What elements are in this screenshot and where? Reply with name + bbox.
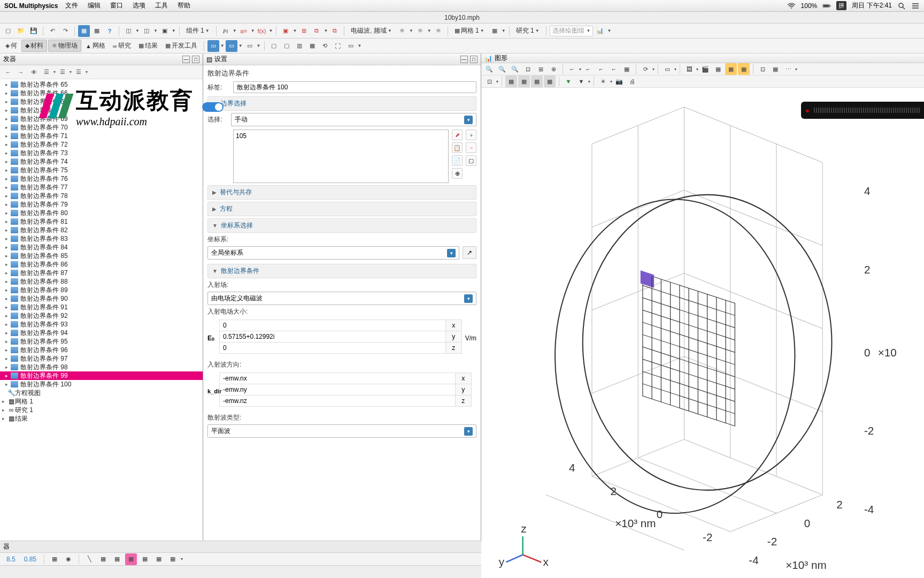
add-material-icon[interactable]: ⊞ <box>298 25 310 37</box>
study-selector[interactable]: 研究 1 ▼ <box>513 26 543 35</box>
dropdown-icon[interactable]: ▾ <box>674 67 676 72</box>
tree1-icon[interactable]: ☰ <box>41 66 52 78</box>
coord-dropdown[interactable]: 全局坐标系▾ <box>207 246 459 260</box>
dropdown-icon[interactable]: ▼ <box>409 28 413 33</box>
transparency-icon[interactable]: ▦ <box>531 75 543 87</box>
layout1-icon[interactable]: ▦ <box>78 25 90 37</box>
menu-window[interactable]: 窗口 <box>110 1 123 10</box>
tree-item[interactable]: ▸散射边界条件 91 <box>0 303 203 311</box>
dropdown-icon[interactable]: ▾ <box>652 67 654 72</box>
maximize-icon[interactable]: □ <box>470 56 478 63</box>
filter-icon[interactable]: ▼ <box>563 75 574 87</box>
section-coord-system[interactable]: ▼坐标系选择 <box>207 218 476 233</box>
msg-clear-icon[interactable]: ╲ <box>83 553 95 565</box>
tree-item[interactable]: ▸散射边界条件 88 <box>0 277 203 286</box>
battery-icon[interactable] <box>822 2 831 10</box>
bottom-tab-label[interactable]: 器 <box>3 542 10 551</box>
tree-item[interactable]: ▸散射边界条件 98 <box>0 363 203 371</box>
physics-icon3[interactable]: ⚛ <box>433 25 444 37</box>
xz-view-icon[interactable]: ⌐ <box>595 63 607 75</box>
msg-plot-icon[interactable]: ◉ <box>63 553 74 565</box>
menu-list-icon[interactable] <box>911 2 920 10</box>
build-icon[interactable]: ▣ <box>280 25 291 37</box>
menu-edit[interactable]: 编辑 <box>88 1 101 10</box>
block-icon[interactable]: ▣ <box>159 25 171 37</box>
reset-icon[interactable]: ⟲ <box>319 40 331 52</box>
wifi-icon[interactable] <box>787 2 796 10</box>
tree-item-results[interactable]: ▸▦结果 <box>0 414 203 423</box>
scale1[interactable]: 8.5 <box>3 556 19 563</box>
tab-results[interactable]: ▦ 结果 <box>135 41 161 50</box>
tab-mesh[interactable]: ▲ 网格 <box>82 41 109 50</box>
menu-tools[interactable]: 工具 <box>155 1 168 10</box>
scale2[interactable]: 0.85 <box>21 556 40 563</box>
dropdown-icon[interactable]: ▼ <box>324 28 328 33</box>
tree2-icon[interactable]: ☰ <box>57 66 68 78</box>
sel-dom-icon[interactable]: ▦ <box>725 63 737 75</box>
msg-more-icon[interactable]: ▦ <box>167 553 179 565</box>
zoom-out-icon[interactable]: 🔍 <box>509 63 521 75</box>
dropdown-icon[interactable]: ▼ <box>427 28 432 33</box>
model-tree[interactable]: ▸散射边界条件 65▸散射边界条件 66▸散射边界条件 67▸散射边界条件 68… <box>0 79 203 541</box>
dropdown-icon[interactable]: ▼ <box>220 43 225 48</box>
tab-geometry[interactable]: ◈ 何 <box>2 41 20 50</box>
dropdown-icon[interactable]: ▼ <box>233 28 237 33</box>
wavetype-dropdown[interactable]: 平面波▾ <box>207 424 476 438</box>
dropdown-icon[interactable]: ▼ <box>269 28 273 33</box>
menu-help[interactable]: 帮助 <box>178 1 190 10</box>
tab-study[interactable]: ∞ 研究 <box>110 41 134 50</box>
tree-item[interactable]: ▸散射边界条件 80 <box>0 209 203 217</box>
dropdown-icon[interactable]: ▼ <box>153 28 158 33</box>
tree-item[interactable]: ▸散射边界条件 84 <box>0 243 203 252</box>
maximize-icon[interactable]: □ <box>192 56 199 63</box>
more-gfx-icon[interactable]: ⋯ <box>782 63 794 75</box>
print-icon[interactable]: 🖨 <box>626 75 638 87</box>
zoom-sel-icon[interactable]: ⊞ <box>535 63 546 75</box>
layout2-icon[interactable]: ▦ <box>91 25 103 37</box>
fullscreen-icon[interactable]: ⛶ <box>332 40 344 52</box>
dropdown-icon[interactable]: ▾ <box>496 79 498 84</box>
tree-item[interactable]: ▸散射边界条件 81 <box>0 217 203 226</box>
tree3-icon[interactable]: ☰ <box>73 66 84 78</box>
section-override[interactable]: ▶替代与共存 <box>207 185 476 200</box>
wireframe-icon[interactable]: ▦ <box>505 75 517 87</box>
tree-item[interactable]: ▸散射边界条件 92 <box>0 311 203 320</box>
geom-icon[interactable]: ◫ <box>122 25 134 37</box>
msg-copy-icon[interactable]: ▦ <box>111 553 123 565</box>
remove-icon[interactable]: － <box>466 142 476 153</box>
dropdown-icon[interactable]: ▾ <box>70 70 72 74</box>
tree-item[interactable]: ▸散射边界条件 78 <box>0 192 203 200</box>
component-selector[interactable]: 组件 1 ▼ <box>183 26 213 35</box>
tree-item[interactable]: ▸散射边界条件 73 <box>0 149 203 157</box>
image-icon[interactable]: 🖼 <box>683 63 695 75</box>
section-sbc[interactable]: ▼散射边界条件 <box>207 264 476 278</box>
variable-icon[interactable]: a= <box>238 25 250 37</box>
dropdown-icon[interactable]: ▾ <box>181 557 183 561</box>
eye-icon[interactable]: 👁 <box>28 66 40 78</box>
dropdown-icon[interactable]: ▾ <box>86 70 88 74</box>
physics-icon2[interactable]: ⚛ <box>414 25 426 37</box>
k-x-input[interactable]: -emw.nx <box>220 373 456 384</box>
tree-item[interactable]: ▸散射边界条件 67 <box>0 97 203 106</box>
tree-item[interactable]: ▸散射边界条件 65 <box>0 80 203 89</box>
menu-file[interactable]: 文件 <box>65 1 78 10</box>
dropdown-icon[interactable]: ▾ <box>610 79 612 84</box>
dropdown-icon[interactable]: ▼ <box>358 43 362 48</box>
k-y-input[interactable]: -emw.ny <box>220 384 456 396</box>
window3-icon[interactable]: ▭ <box>244 40 256 52</box>
xy-view-icon[interactable]: ⌐ <box>566 63 578 75</box>
view-icon[interactable]: ▦ <box>621 63 633 75</box>
ime-indicator[interactable]: 拼 <box>836 1 846 10</box>
tree-item[interactable]: ▸散射边界条件 99 <box>0 371 203 380</box>
refresh-icon[interactable]: ⟳ <box>640 63 651 75</box>
dropdown-icon[interactable]: ▼ <box>172 28 176 33</box>
dropdown-icon[interactable]: ▾ <box>696 67 698 72</box>
sel-bnd-icon[interactable]: ▦ <box>738 63 750 75</box>
tree-item-eqview[interactable]: 🔧方程视图 <box>0 389 203 397</box>
tile-icon[interactable]: ▦ <box>306 40 318 52</box>
default-view-icon[interactable]: ⌐ <box>608 63 620 75</box>
coord-frame-icon[interactable]: ↗ <box>463 246 476 259</box>
plot-icon[interactable]: 📊 <box>594 25 606 37</box>
tree-item[interactable]: ▸散射边界条件 96 <box>0 346 203 354</box>
physics-selector[interactable]: 电磁波, 频域 ▼ <box>348 26 395 35</box>
